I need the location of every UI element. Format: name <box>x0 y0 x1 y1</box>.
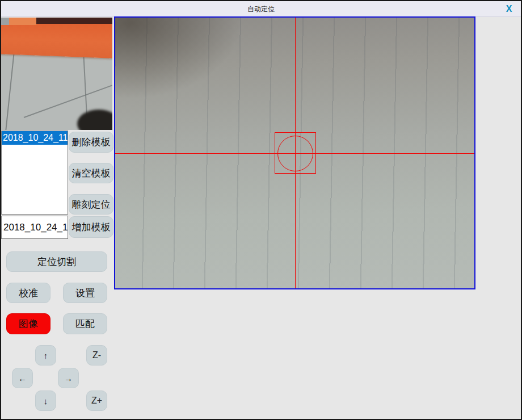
position-cut-button[interactable]: 定位切割 <box>6 251 107 272</box>
settings-button[interactable]: 设置 <box>63 283 107 303</box>
list-item[interactable]: 2018_10_24_11 <box>2 131 68 145</box>
add-template-button[interactable]: 增加模板 <box>69 216 113 238</box>
thumbnail-gray-patch <box>1 18 9 25</box>
auto-position-dialog: 自动定位 X 2018_10_24_11 删除模板 清空模板 雕刻定位 增加模板… <box>0 0 522 420</box>
template-name-input[interactable] <box>1 216 68 239</box>
template-thumbnail <box>1 18 112 130</box>
thumbnail-orange-block <box>9 18 36 25</box>
jog-down-button[interactable]: ↓ <box>35 390 56 411</box>
camera-live-view[interactable] <box>114 16 475 289</box>
delete-template-button[interactable]: 删除模板 <box>69 132 113 153</box>
thumbnail-dark-object <box>77 110 112 130</box>
target-circle-overlay <box>277 136 313 171</box>
title-bar: 自动定位 X <box>1 1 521 17</box>
thumbnail-tile-line <box>5 52 15 130</box>
calibrate-button[interactable]: 校准 <box>6 283 50 303</box>
close-icon[interactable]: X <box>503 3 515 15</box>
clear-templates-button[interactable]: 清空模板 <box>69 163 113 183</box>
page-title: 自动定位 <box>1 1 521 17</box>
jog-right-button[interactable]: → <box>58 368 79 388</box>
image-button-active[interactable]: 图像 <box>6 313 50 334</box>
jog-z-minus-button[interactable]: Z- <box>86 345 107 366</box>
jog-z-plus-button[interactable]: Z+ <box>86 390 107 411</box>
match-button[interactable]: 匹配 <box>63 313 107 334</box>
thumbnail-dark-strip <box>35 18 112 24</box>
jog-left-button[interactable]: ← <box>12 368 33 388</box>
engrave-position-button[interactable]: 雕刻定位 <box>69 194 113 215</box>
jog-up-button[interactable]: ↑ <box>35 345 56 366</box>
template-list[interactable]: 2018_10_24_11 <box>1 131 68 215</box>
